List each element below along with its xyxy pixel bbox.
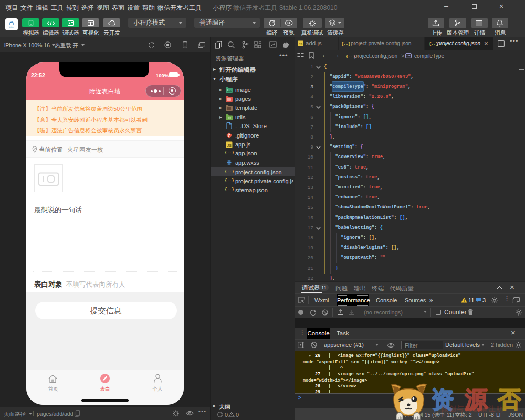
svg-text:JS: JS (299, 43, 302, 46)
svg-text:JS: JS (227, 143, 232, 147)
